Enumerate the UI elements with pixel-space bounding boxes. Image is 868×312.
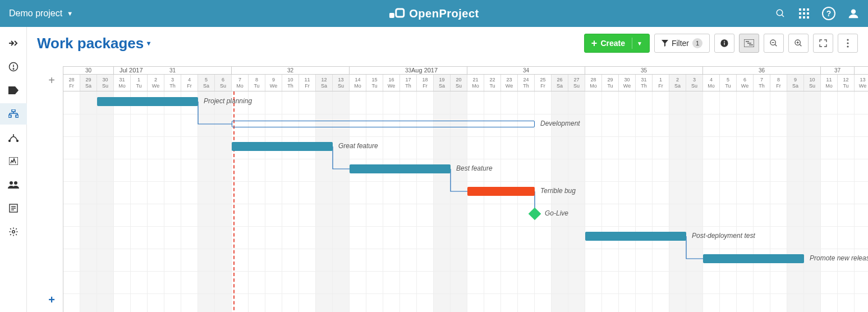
gantt-bar-label: Best feature xyxy=(456,164,493,172)
svg-rect-9 xyxy=(807,12,809,15)
topbar: Demo project ▼ OpenProject ? xyxy=(0,0,868,27)
sidebar-item-work-packages[interactable] xyxy=(0,103,27,125)
chevron-down-icon: ▾ xyxy=(147,39,150,47)
week-cell: 33 xyxy=(350,67,467,74)
gantt-chart[interactable]: Jul 2017Aug 2017 3031323334353637 28Fr29… xyxy=(63,66,868,312)
svg-point-51 xyxy=(847,45,848,47)
gantt-bar-label: Promote new release xyxy=(810,254,868,262)
create-label: Create xyxy=(600,39,625,48)
add-row-button[interactable]: + xyxy=(48,74,55,87)
sidebar-item-news[interactable] xyxy=(0,198,27,219)
day-cell: 1Fr xyxy=(653,75,669,91)
day-cell: 16We xyxy=(383,75,400,91)
brand-text: OpenProject xyxy=(409,7,479,20)
divider xyxy=(632,38,632,49)
gantt-bar[interactable] xyxy=(467,187,535,196)
gantt-bar[interactable] xyxy=(703,254,804,263)
fullscreen-button[interactable] xyxy=(813,34,833,53)
day-cell: 4Mo xyxy=(703,75,720,91)
sidebar xyxy=(0,27,27,312)
fullscreen-icon xyxy=(819,39,828,48)
svg-point-28 xyxy=(10,181,13,185)
svg-point-37 xyxy=(724,41,725,42)
info-button[interactable] xyxy=(714,34,734,53)
gantt-body[interactable]: Project planningDevelopmentGreat feature… xyxy=(63,91,868,312)
create-button[interactable]: + Create ▼ xyxy=(584,34,650,53)
sidebar-item-roadmap[interactable] xyxy=(0,127,27,148)
svg-rect-12 xyxy=(807,16,809,19)
kebab-icon xyxy=(847,39,849,48)
day-cell: 18Fr xyxy=(417,75,434,91)
gantt-bar[interactable] xyxy=(232,121,535,127)
user-avatar-icon[interactable] xyxy=(848,8,859,19)
day-cell: 21Mo xyxy=(467,75,484,91)
filter-button[interactable]: Filter 1 xyxy=(654,34,710,53)
sidebar-item-members[interactable] xyxy=(0,174,27,195)
filter-count-badge: 1 xyxy=(692,38,702,48)
svg-rect-7 xyxy=(799,12,801,15)
page-title: Work packages xyxy=(37,35,144,52)
more-menu-button[interactable] xyxy=(838,34,858,53)
day-cell: 11Mo xyxy=(821,75,838,91)
day-cell: 24Th xyxy=(518,75,535,91)
svg-point-13 xyxy=(851,10,856,14)
day-cell: 28Fr xyxy=(63,75,80,91)
svg-point-25 xyxy=(16,140,18,142)
timeline-view-button[interactable] xyxy=(739,34,759,53)
day-cell: 29Tu xyxy=(602,75,619,91)
gantt-bar[interactable] xyxy=(97,97,198,106)
week-cell: 36 xyxy=(703,67,821,74)
zoom-out-button[interactable] xyxy=(764,34,784,53)
sidebar-expand[interactable] xyxy=(0,33,27,54)
gantt-bar[interactable] xyxy=(350,164,451,173)
day-cell: 5Sa xyxy=(198,75,215,91)
project-selector[interactable]: Demo project ▼ xyxy=(9,8,73,19)
timeline-header: Jul 2017Aug 2017 3031323334353637 28Fr29… xyxy=(63,66,868,91)
topbar-actions: ? xyxy=(775,7,859,20)
search-icon[interactable] xyxy=(775,8,786,19)
zoom-in-button[interactable] xyxy=(788,34,809,53)
day-cell: 14Mo xyxy=(350,75,366,91)
modules-grid-icon[interactable] xyxy=(798,8,810,19)
day-cell: 31Th xyxy=(636,75,653,91)
gantt-bar[interactable] xyxy=(585,232,686,241)
row-gutter: + + xyxy=(40,66,63,312)
openproject-icon xyxy=(389,7,405,20)
gantt-bar[interactable] xyxy=(232,142,333,151)
zoom-in-icon xyxy=(794,39,803,48)
sidebar-item-tag[interactable] xyxy=(0,80,27,101)
day-cell: 28Mo xyxy=(585,75,602,91)
sidebar-item-calendar[interactable] xyxy=(0,150,27,172)
help-icon[interactable]: ? xyxy=(822,7,835,20)
svg-point-49 xyxy=(847,39,848,40)
day-cell: 30We xyxy=(619,75,636,91)
gantt-bar-label: Great feature xyxy=(338,142,378,150)
week-cell: 37 xyxy=(821,67,855,74)
day-cell: 7Th xyxy=(754,75,770,91)
day-cell: 3Su xyxy=(686,75,703,91)
svg-point-29 xyxy=(14,181,17,185)
svg-rect-10 xyxy=(799,16,801,19)
svg-rect-17 xyxy=(12,109,15,112)
day-cell: 4Fr xyxy=(181,75,198,91)
sidebar-item-overview[interactable] xyxy=(0,56,27,77)
day-cell: 26Sa xyxy=(552,75,568,91)
day-cell: 22Tu xyxy=(484,75,501,91)
main: Work packages ▾ + Create ▼ Filter 1 xyxy=(27,27,868,312)
day-cell: 30Su xyxy=(97,75,114,91)
add-row-bottom-button[interactable]: + xyxy=(48,293,55,306)
day-cell: 15Tu xyxy=(366,75,383,91)
sidebar-item-settings[interactable] xyxy=(0,221,27,242)
day-cell: 10Th xyxy=(282,75,299,91)
day-cell: 31Mo xyxy=(114,75,131,91)
day-cell: 2We xyxy=(148,75,164,91)
day-cell: 6Su xyxy=(215,75,232,91)
day-cell: 13We xyxy=(855,75,868,91)
day-cell: 29Sa xyxy=(80,75,97,91)
week-cell: 30 xyxy=(63,67,114,74)
gantt-bar-label: Post-deployment test xyxy=(692,232,755,240)
day-cell: 9We xyxy=(265,75,282,91)
page-title-dropdown[interactable]: Work packages ▾ xyxy=(37,35,150,52)
week-cell: 35 xyxy=(585,67,703,74)
day-cell: 1Tu xyxy=(131,75,148,91)
